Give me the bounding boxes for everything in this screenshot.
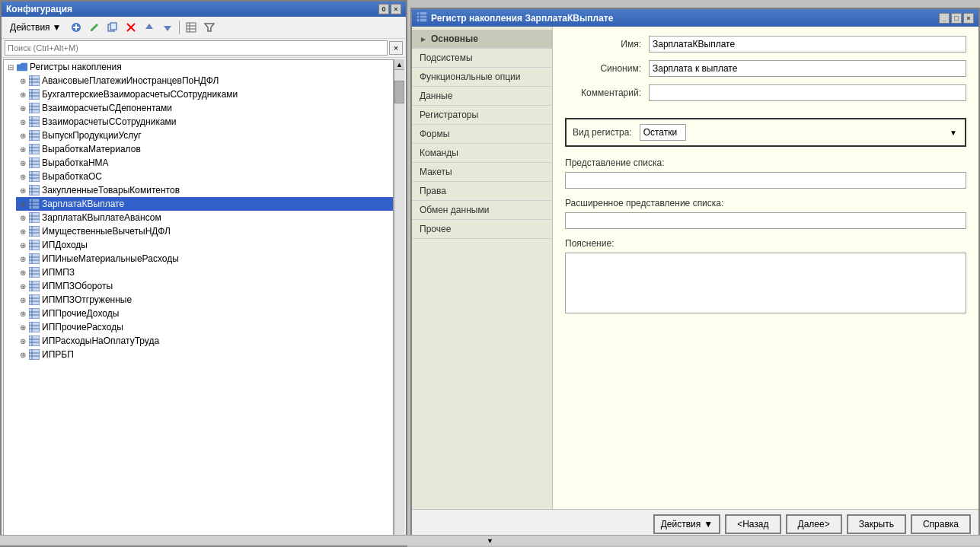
nav-item-commands[interactable]: Команды (412, 144, 552, 163)
list-item[interactable]: ⊕ ЗарплатаКВыплатеАвансом (16, 211, 393, 224)
nav-item-registrators[interactable]: Регистраторы (412, 106, 552, 125)
move-down-button[interactable] (159, 19, 176, 36)
help-button[interactable]: Справка (911, 514, 971, 534)
list-item[interactable]: ⊕ ИПМПЗОтгруженные (16, 293, 393, 307)
tree-expand-11[interactable]: ⊕ (18, 212, 28, 223)
tree-item-selected[interactable]: ⊕ ЗарплатаКВыплате (16, 197, 393, 211)
svg-rect-82 (29, 308, 40, 319)
tree-expand-root[interactable]: ⊟ (5, 62, 16, 72)
right-maximize-btn[interactable]: □ (951, 13, 962, 24)
tree-expand-10[interactable]: ⊕ (18, 199, 28, 209)
tree-expand-17[interactable]: ⊕ (18, 294, 28, 305)
tree-expand-2[interactable]: ⊕ (18, 89, 28, 100)
list-item[interactable]: ⊕ ИПРасходыНаОплатуТруда (16, 334, 393, 348)
close-btn[interactable]: × (391, 4, 401, 14)
nav-label-rights: Права (420, 186, 446, 196)
list-item[interactable]: ⊕ ИППрочиеДоходы (16, 307, 393, 320)
list-item[interactable]: ⊕ ИПИныеМатериальныеРасходы (16, 252, 393, 266)
tree-expand-13[interactable]: ⊕ (18, 240, 28, 250)
tree-expand-20[interactable]: ⊕ (18, 336, 28, 346)
move-up-button[interactable] (141, 19, 158, 36)
nav-item-rights[interactable]: Права (412, 182, 552, 201)
register-type-select[interactable]: Остатки Обороты (640, 124, 686, 141)
tree-expand-6[interactable]: ⊕ (18, 144, 28, 154)
close-button[interactable]: Закрыть (847, 514, 906, 534)
nav-item-data[interactable]: Данные (412, 87, 552, 106)
tree-expand-19[interactable]: ⊕ (18, 322, 28, 332)
name-input[interactable] (649, 36, 966, 52)
tree-expand-14[interactable]: ⊕ (18, 253, 28, 264)
tree-item-label-11: ЗарплатаКВыплатеАвансом (42, 212, 161, 223)
scrollbar-thumb[interactable] (394, 81, 404, 103)
list-item[interactable]: ⊕ ИмущественныеВычетыНДФЛ (16, 224, 393, 238)
list-item[interactable]: ⊕ ИППрочиеРасходы (16, 320, 393, 334)
nav-item-exchange[interactable]: Обмен данными (412, 201, 552, 220)
tree-expand-15[interactable]: ⊕ (18, 267, 28, 278)
tree-expand-12[interactable]: ⊕ (18, 226, 28, 237)
synonym-input[interactable] (649, 60, 966, 77)
actions-button[interactable]: Действия ▼ (5, 20, 66, 35)
tree-root-item[interactable]: ⊟ Регистры накопления (4, 60, 393, 74)
tree-expand-1[interactable]: ⊕ (18, 75, 28, 86)
right-minimize-btn[interactable]: _ (939, 13, 950, 24)
name-row: Имя: (565, 36, 966, 52)
filter-button[interactable] (201, 19, 218, 36)
register-icon-4 (28, 116, 40, 128)
minimize-btn[interactable]: 0 (378, 4, 389, 14)
register-title-icon (417, 11, 427, 24)
note-textarea[interactable] (565, 253, 966, 313)
actions-bottom-label: Действия (661, 519, 701, 530)
list-item[interactable]: ⊕ ИПМПЗ (16, 266, 393, 279)
left-titlebar: Конфигурация 0 × (2, 2, 406, 17)
nav-item-forms[interactable]: Формы (412, 125, 552, 144)
tree-expand-3[interactable]: ⊕ (18, 103, 28, 113)
list-item[interactable]: ⊕ ИПРБП (16, 348, 393, 361)
nav-item-main[interactable]: ► Основные (412, 30, 552, 49)
edit-button[interactable] (86, 19, 103, 36)
tree-expand-4[interactable]: ⊕ (18, 116, 28, 127)
ext-list-rep-input[interactable] (565, 212, 966, 229)
delete-button[interactable] (123, 19, 139, 36)
back-button[interactable]: <Назад (725, 514, 780, 534)
list-item[interactable]: ⊕ ВыпускПродукцииУслуг (16, 129, 393, 142)
list-item[interactable]: ⊕ ИПДоходы (16, 238, 393, 252)
list-item[interactable]: ⊕ ВыработкаНМА (16, 156, 393, 170)
tree-item-label-8: ВыработкаОС (42, 171, 102, 182)
right-close-btn[interactable]: × (963, 13, 974, 24)
tree-expand-8[interactable]: ⊕ (18, 171, 28, 182)
tree-item-label-5: ВыпускПродукцииУслуг (42, 130, 142, 141)
nav-item-other[interactable]: Прочее (412, 220, 552, 239)
tree-expand-16[interactable]: ⊕ (18, 281, 28, 291)
form-area: Имя: Синоним: Комментарий: Вид регистра:… (553, 27, 978, 509)
comment-input[interactable] (649, 84, 966, 101)
name-label: Имя: (565, 39, 649, 49)
next-button[interactable]: Далее> (786, 514, 842, 534)
tree-expand-9[interactable]: ⊕ (18, 185, 28, 196)
nav-item-subsystems[interactable]: Подсистемы (412, 49, 552, 68)
list-button[interactable] (183, 19, 200, 36)
actions-bottom-button[interactable]: Действия ▼ (653, 514, 720, 534)
tree-expand-5[interactable]: ⊕ (18, 130, 28, 141)
list-rep-input[interactable] (565, 172, 966, 189)
list-item[interactable]: ⊕ ВыработкаОС (16, 170, 393, 183)
list-item[interactable]: ⊕ АвансовыеПлатежиИностранцевПоНДФЛ (16, 74, 393, 87)
list-item[interactable]: ⊕ ИПМПЗОбороты (16, 279, 393, 293)
nav-item-layouts[interactable]: Макеты (412, 163, 552, 182)
list-item[interactable]: ⊕ ВзаиморасчетыСДепонентами (16, 101, 393, 115)
copy-button[interactable] (104, 19, 121, 36)
tree-children: ⊕ АвансовыеПлатежиИностранцевПоНДФЛ ⊕ Бу… (4, 74, 393, 361)
nav-item-functional[interactable]: Функциональные опции (412, 68, 552, 87)
register-icon-2 (28, 88, 40, 100)
list-item[interactable]: ⊕ ВыработкаМатериалов (16, 142, 393, 156)
search-clear-button[interactable]: × (389, 41, 403, 55)
search-input[interactable] (5, 40, 388, 56)
tree-expand-7[interactable]: ⊕ (18, 157, 28, 168)
list-item[interactable]: ⊕ ВзаиморасчетыССотрудниками (16, 115, 393, 129)
list-item[interactable]: ⊕ ЗакупленныеТоварыКомитентов (16, 183, 393, 197)
tree-expand-21[interactable]: ⊕ (18, 349, 28, 360)
scrollbar[interactable]: ▲ ▼ (394, 59, 404, 544)
add-button[interactable] (68, 19, 85, 36)
tree-expand-18[interactable]: ⊕ (18, 308, 28, 319)
register-icon-15 (28, 266, 40, 278)
list-item[interactable]: ⊕ БухгалтерскиеВзаиморасчетыССотрудникам… (16, 87, 393, 101)
